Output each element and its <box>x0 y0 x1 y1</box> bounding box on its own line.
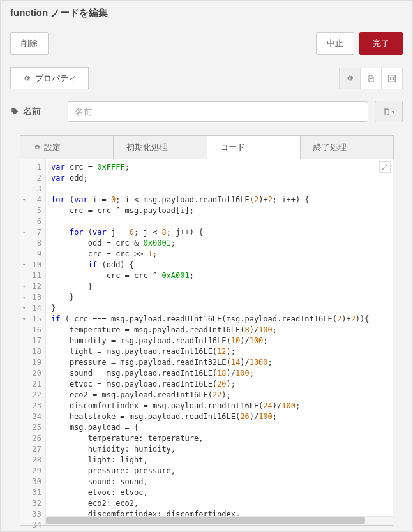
name-input[interactable] <box>68 101 368 122</box>
editor-code[interactable]: var crc = 0xFFFF;var odd; for (var i = 0… <box>46 159 393 525</box>
tag-icon <box>10 107 19 116</box>
bookmark-dropdown[interactable]: ▾ <box>375 101 403 122</box>
editor-gutter: 1234567891011121314151617181920212223242… <box>20 159 46 525</box>
svg-rect-1 <box>391 77 394 80</box>
name-label: 名前 <box>10 106 61 117</box>
tab-setup[interactable]: 設定 <box>20 135 114 159</box>
svg-rect-0 <box>389 75 396 82</box>
tab-label: プロパティ <box>35 73 77 84</box>
cancel-button[interactable]: 中止 <box>316 32 354 55</box>
done-button[interactable]: 完了 <box>359 32 403 55</box>
gear-action[interactable] <box>339 68 361 89</box>
tab-properties[interactable]: プロパティ <box>10 67 89 89</box>
gear-icon <box>22 74 31 83</box>
expand-editor-button[interactable] <box>379 161 391 173</box>
delete-button[interactable]: 削除 <box>10 32 49 55</box>
scrollbar-thumb[interactable] <box>46 517 365 524</box>
page-title: function ノードを編集 <box>10 7 403 19</box>
bookmark-icon <box>383 108 390 116</box>
doc-action[interactable] <box>360 68 382 89</box>
tab-close[interactable]: 終了処理 <box>300 135 394 159</box>
tab-code[interactable]: コード <box>207 135 301 159</box>
tab-init[interactable]: 初期化処理 <box>113 135 207 159</box>
horizontal-scrollbar[interactable] <box>46 516 393 525</box>
gear-icon <box>33 144 41 151</box>
appearance-action[interactable] <box>381 68 403 89</box>
chevron-down-icon: ▾ <box>392 109 394 115</box>
